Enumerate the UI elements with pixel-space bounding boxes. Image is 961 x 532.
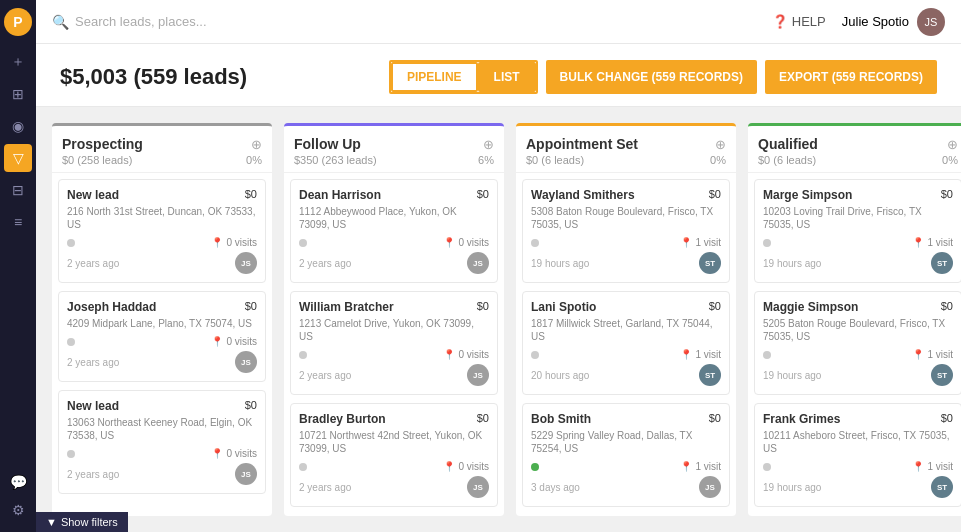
card-footer: 2 years ago JS [299,476,489,498]
pipeline-button[interactable]: PIPELINE [391,62,478,92]
col-title-qualified: Qualified [758,136,818,152]
card-dot [763,463,771,471]
card-appointment-0[interactable]: Wayland Smithers $0 5308 Baton Rouge Bou… [522,179,730,283]
card-visits: 📍0 visits [211,336,257,347]
bulk-change-button[interactable]: BULK CHANGE (559 RECORDS) [546,60,757,94]
search-placeholder: Search leads, places... [75,14,207,29]
visits-count: 0 visits [458,349,489,360]
card-amount: $0 [477,300,489,312]
card-visits: 📍0 visits [443,237,489,248]
sidebar-item-calendar[interactable]: ⊟ [4,176,32,204]
col-header-qualified: Qualified ⊕ $0 (6 leads) 0% [748,126,961,173]
card-prospecting-2[interactable]: New lead $0 13063 Northeast Keeney Road,… [58,390,266,494]
card-address: 10211 Asheboro Street, Frisco, TX 75035,… [763,429,953,455]
status-dot [763,239,771,247]
card-visits: 📍0 visits [443,349,489,360]
card-name: William Bratcher [299,300,394,314]
sidebar-item-settings[interactable]: ⚙ [4,496,32,524]
search-container[interactable]: 🔍 Search leads, places... [52,14,207,30]
col-info-icon-prospecting[interactable]: ⊕ [251,137,262,152]
location-icon: 📍 [912,461,924,472]
list-button[interactable]: LIST [478,62,536,92]
page-header: $5,003 (559 leads) PIPELINE LIST BULK CH… [36,44,961,107]
visits-count: 1 visit [927,461,953,472]
card-footer: 2 years ago JS [67,252,257,274]
card-footer: 19 hours ago ST [763,364,953,386]
status-dot [763,463,771,471]
app-logo[interactable]: P [4,8,32,36]
sidebar-item-document[interactable]: ≡ [4,208,32,236]
card-follow-up-0[interactable]: Dean Harrison $0 1112 Abbeywood Place, Y… [290,179,498,283]
col-amount-prospecting: $0 (258 leads) [62,154,132,166]
card-meta: 📍0 visits [67,448,257,459]
col-percent-qualified: 0% [942,154,958,166]
kanban-board: Prospecting ⊕ $0 (258 leads) 0% New lead… [36,107,961,532]
card-follow-up-2[interactable]: Bradley Burton $0 10721 Northwest 42nd S… [290,403,498,507]
card-footer: 20 hours ago ST [531,364,721,386]
location-icon: 📍 [912,237,924,248]
card-avatar: ST [931,364,953,386]
card-prospecting-0[interactable]: New lead $0 216 North 31st Street, Dunca… [58,179,266,283]
card-amount: $0 [477,188,489,200]
top-nav: 🔍 Search leads, places... ❓ HELP Julie S… [36,0,961,44]
card-amount: $0 [477,412,489,424]
visits-count: 0 visits [458,461,489,472]
card-prospecting-1[interactable]: Joseph Haddad $0 4209 Midpark Lane, Plan… [58,291,266,382]
card-visits: 📍1 visit [912,237,953,248]
location-icon: 📍 [211,237,223,248]
card-avatar: JS [235,351,257,373]
card-visits: 📍1 visit [912,349,953,360]
card-amount: $0 [941,188,953,200]
card-footer: 19 hours ago ST [763,252,953,274]
card-visits: 📍1 visit [912,461,953,472]
card-time: 2 years ago [299,370,351,381]
card-address: 5205 Baton Rouge Boulevard, Frisco, TX 7… [763,317,953,343]
show-filters-label: Show filters [61,516,118,528]
column-appointment: Appointment Set ⊕ $0 (6 leads) 0% Waylan… [516,123,736,516]
status-dot [67,450,75,458]
col-info-icon-appointment[interactable]: ⊕ [715,137,726,152]
sidebar-item-funnel[interactable]: ▽ [4,144,32,172]
main-content: 🔍 Search leads, places... ❓ HELP Julie S… [36,0,961,532]
card-dot [763,351,771,359]
col-info-icon-qualified[interactable]: ⊕ [947,137,958,152]
sidebar-item-add[interactable]: ＋ [4,48,32,76]
export-button[interactable]: EXPORT (559 RECORDS) [765,60,937,94]
card-meta: 📍0 visits [67,336,257,347]
col-cards-prospecting: New lead $0 216 North 31st Street, Dunca… [52,173,272,516]
card-qualified-1[interactable]: Maggie Simpson $0 5205 Baton Rouge Boule… [754,291,961,395]
card-qualified-0[interactable]: Marge Simpson $0 10203 Loving Trail Driv… [754,179,961,283]
card-meta: 📍0 visits [299,349,489,360]
card-qualified-2[interactable]: Frank Grimes $0 10211 Asheboro Street, F… [754,403,961,507]
help-link[interactable]: ❓ HELP [772,14,826,29]
card-time: 19 hours ago [531,258,589,269]
header-actions: PIPELINE LIST BULK CHANGE (559 RECORDS) … [389,60,937,94]
help-label: HELP [792,14,826,29]
card-time: 19 hours ago [763,258,821,269]
card-visits: 📍0 visits [211,448,257,459]
sidebar-item-grid[interactable]: ⊞ [4,80,32,108]
card-amount: $0 [709,412,721,424]
card-avatar: JS [467,364,489,386]
col-percent-follow-up: 6% [478,154,494,166]
card-appointment-2[interactable]: Bob Smith $0 5229 Spring Valley Road, Da… [522,403,730,507]
user-info[interactable]: Julie Spotio JS [842,8,945,36]
card-time: 19 hours ago [763,482,821,493]
status-dot [531,463,539,471]
user-name: Julie Spotio [842,14,909,29]
card-appointment-1[interactable]: Lani Spotio $0 1817 Millwick Street, Gar… [522,291,730,395]
card-dot [763,239,771,247]
card-address: 13063 Northeast Keeney Road, Elgin, OK 7… [67,416,257,442]
card-follow-up-1[interactable]: William Bratcher $0 1213 Camelot Drive, … [290,291,498,395]
card-time: 2 years ago [67,357,119,368]
show-filters-bar[interactable]: ▼ Show filters [36,512,128,532]
sidebar-item-location[interactable]: ◉ [4,112,32,140]
sidebar-item-chat[interactable]: 💬 [4,468,32,496]
col-title-appointment: Appointment Set [526,136,638,152]
col-info-icon-follow-up[interactable]: ⊕ [483,137,494,152]
card-time: 3 days ago [531,482,580,493]
card-address: 5308 Baton Rouge Boulevard, Frisco, TX 7… [531,205,721,231]
card-amount: $0 [709,300,721,312]
card-dot [299,239,307,247]
col-cards-follow-up: Dean Harrison $0 1112 Abbeywood Place, Y… [284,173,504,516]
